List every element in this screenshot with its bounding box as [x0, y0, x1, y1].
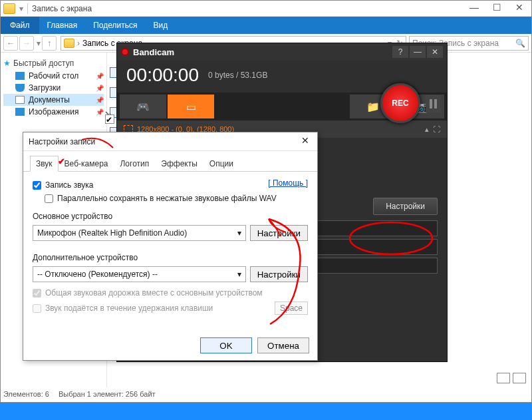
chevron-down-icon: ▾: [237, 228, 241, 238]
quick-access-header[interactable]: ★ Быстрый доступ: [3, 57, 104, 70]
push-to-talk-label: Звук подаётся в течение удержания клавиш…: [45, 304, 213, 313]
dialog-title: Настройки записи: [29, 137, 95, 146]
record-sound-checkbox[interactable]: [33, 181, 41, 190]
view-icons-button[interactable]: [513, 373, 526, 383]
status-selection: Выбран 1 элемент: 256 байт: [59, 390, 156, 398]
folder-icon: [64, 39, 74, 48]
combo-value: Микрофон (Realtek High Definition Audio): [37, 228, 187, 238]
sidebar-item-label: Документы: [29, 95, 70, 105]
tab-effects[interactable]: Эффекты: [155, 156, 203, 172]
secondary-device-label: Дополнительное устройство: [33, 253, 308, 262]
nav-forward[interactable]: →: [19, 36, 34, 51]
status-count: Элементов: 6: [3, 390, 49, 398]
mix-label: Общая звуковая дорожка вместе с основным…: [45, 288, 263, 298]
sidebar-item-downloads[interactable]: Загрузки📌: [3, 82, 104, 94]
push-to-talk-row: Звук подаётся в течение удержания клавиш…: [33, 300, 308, 317]
save-wav-checkbox[interactable]: [45, 194, 53, 203]
quick-access-label: Быстрый доступ: [13, 59, 74, 68]
pin-icon: 📌: [96, 73, 104, 80]
primary-device-combo[interactable]: Микрофон (Realtek High Definition Audio)…: [33, 225, 246, 241]
file-checkbox[interactable]: ✔: [105, 114, 114, 124]
bandicam-titlebar: Bandicam ? — ✕: [117, 43, 447, 61]
status-bar: Элементов: 6 Выбран 1 элемент: 256 байт: [3, 387, 156, 401]
pin-icon: 📌: [96, 97, 104, 104]
mode-game-button[interactable]: 🎮: [120, 95, 166, 118]
record-settings-dialog: Настройки записи ✕ Звук Веб-камера Логот…: [23, 132, 318, 361]
primary-device-label: Основное устройство: [33, 212, 308, 221]
close-button[interactable]: ✕: [510, 2, 529, 15]
bandicam-title: Bandicam: [133, 47, 174, 57]
combo-value: -- Отключено (Рекомендуется) --: [37, 270, 158, 279]
record-sound-label: Запись звука: [45, 180, 94, 190]
mix-checkbox: [33, 289, 41, 298]
tab-home[interactable]: Главная: [39, 17, 86, 34]
save-wav-checkbox-row: Параллельно сохранять в несжатые звуковы…: [33, 192, 308, 205]
cancel-button[interactable]: Отмена: [257, 337, 309, 353]
minimize-button[interactable]: —: [465, 2, 483, 15]
maximize-button[interactable]: ☐: [487, 2, 506, 15]
tab-share[interactable]: Поделиться: [85, 17, 145, 34]
pin-icon: 📌: [96, 108, 104, 116]
fullscreen-icon[interactable]: ⛶: [433, 125, 440, 134]
sidebar-item-label: Изображения: [29, 107, 78, 116]
mode-screen-button[interactable]: ▭: [168, 95, 214, 118]
window-controls: — ☐ ✕: [465, 2, 529, 15]
pictures-icon: [15, 108, 25, 116]
primary-settings-button[interactable]: Настройки: [250, 225, 308, 241]
quick-access-toolbar: ▾ Запись с экрана — ☐ ✕: [1, 1, 531, 17]
view-details-button[interactable]: [497, 373, 510, 383]
ok-button[interactable]: OK: [200, 337, 252, 353]
nav-up[interactable]: ↑: [42, 36, 57, 51]
bandicam-close-button[interactable]: ✕: [427, 46, 443, 58]
tab-logo[interactable]: Логотип: [114, 156, 155, 172]
bytes-text: 0 bytes / 53.1GB: [208, 71, 267, 80]
push-key-field: Space: [275, 302, 308, 315]
bandicam-minimize-button[interactable]: —: [410, 46, 426, 58]
view-switcher: [497, 373, 526, 383]
pin-icon: 📌: [96, 85, 104, 92]
dialog-titlebar: Настройки записи ✕: [23, 132, 317, 151]
pause-button[interactable]: [426, 95, 440, 112]
star-icon: ★: [3, 59, 11, 68]
record-timer: 00:00:00: [126, 65, 199, 86]
documents-icon: [15, 96, 25, 104]
tab-view[interactable]: Вид: [145, 17, 176, 34]
secondary-device-combo[interactable]: -- Отключено (Рекомендуется) --▾: [33, 266, 246, 282]
ribbon-tabs: Файл Главная Поделиться Вид: [1, 17, 531, 34]
tab-webcam[interactable]: Веб-камера: [59, 156, 114, 172]
file-menu[interactable]: Файл: [1, 17, 39, 34]
sidebar-item-documents[interactable]: Документы📌: [3, 94, 104, 106]
folder-icon: [3, 3, 15, 14]
mix-checkbox-row: Общая звуковая дорожка вместе с основным…: [33, 286, 308, 300]
record-dot-icon: [121, 48, 129, 56]
window-title: Запись с экрана: [32, 4, 92, 13]
tab-options[interactable]: Опции: [203, 156, 239, 172]
sidebar-item-label: Рабочий стол: [29, 71, 78, 81]
save-wav-label: Параллельно сохранять в несжатые звуковы…: [57, 194, 277, 203]
dialog-close-button[interactable]: ✕: [299, 135, 312, 148]
help-link[interactable]: [ Помощь ]: [268, 178, 308, 188]
push-to-talk-checkbox: [33, 304, 41, 313]
nav-back[interactable]: ←: [3, 36, 18, 51]
record-button[interactable]: REC: [380, 83, 420, 123]
dialog-body: [ Помощь ] Запись звука Параллельно сохр…: [23, 172, 317, 323]
downloads-icon: [15, 84, 25, 92]
sidebar-item-desktop[interactable]: Рабочий стол📌: [3, 70, 104, 82]
desktop-icon: [15, 72, 25, 80]
chevron-down-icon: ▾: [237, 270, 241, 279]
settings-button[interactable]: Настройки: [373, 198, 438, 215]
bandicam-help-button[interactable]: ?: [392, 46, 408, 58]
secondary-settings-button[interactable]: Настройки: [250, 266, 308, 282]
dialog-tabs: Звук Веб-камера Логотип Эффекты Опции: [23, 151, 317, 172]
record-sound-checkbox-row: Запись звука: [33, 178, 268, 192]
chevron-up-icon[interactable]: ▴: [425, 125, 429, 134]
tab-sound[interactable]: Звук: [30, 156, 59, 172]
sidebar-item-pictures[interactable]: Изображения📌: [3, 106, 104, 118]
sidebar-item-label: Загрузки: [29, 83, 61, 93]
